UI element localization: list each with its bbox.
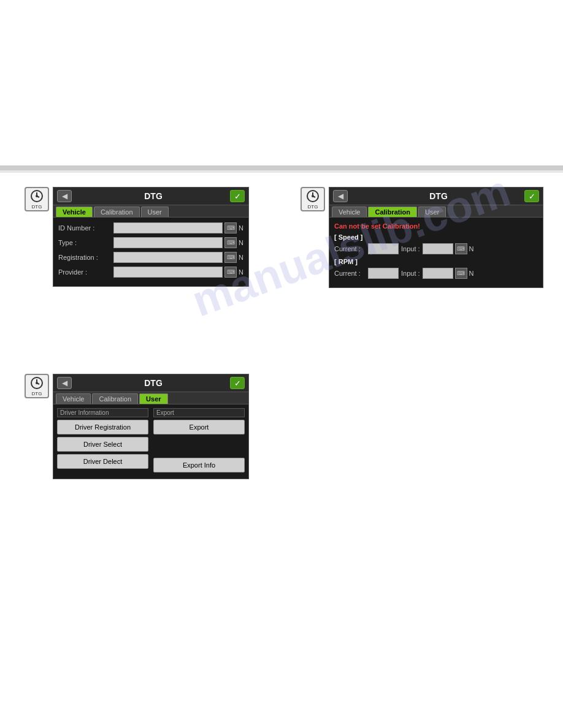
check-icon-3: ✓ [234,379,241,388]
check-button-2[interactable]: ✓ [524,190,539,202]
driver-info-section: Driver Information Driver Registration D… [57,408,148,475]
back-arrow-1: ◀ [62,192,67,200]
tab-user-2[interactable]: User [418,207,446,217]
input-registration[interactable] [113,252,223,263]
panel-title-3: DTG [77,378,230,388]
form-row-idnumber: ID Number : ⌨ N [58,222,243,233]
n-label-idnumber: N [239,224,243,232]
kbd-glyph-rpm: ⌨ [457,270,465,276]
dtg-panel-3: ◀ DTG ✓ Vehicle Calibration User Driver … [53,374,249,479]
check-icon-1: ✓ [234,192,241,201]
calib-rpm-current-label: Current : [334,270,368,277]
tab-bar-1: Vehicle Calibration User [53,205,248,218]
tab-vehicle-2[interactable]: Vehicle [332,207,367,217]
calib-speed-current-input[interactable] [368,243,399,254]
kbd-glyph-registration: ⌨ [227,254,235,260]
calib-speed-input-field[interactable] [423,243,453,254]
dtg-icon-label-1: DTG [32,204,42,210]
driver-delete-button[interactable]: Driver Delect [57,454,148,469]
export-section: Export Export Export Info [153,408,245,475]
kbd-icon-rpm[interactable]: ⌨ [455,268,467,279]
dtg-icon-label-3: DTG [32,391,42,396]
kbd-glyph-idnumber: ⌨ [227,225,235,231]
input-provider[interactable] [113,267,223,278]
dtg-widget-3: DTG ◀ DTG ✓ Vehicle Calibration User Dri… [25,374,249,479]
top-separator-bar [0,165,563,170]
input-idnumber[interactable] [113,222,223,233]
svg-point-5 [36,382,37,384]
kbd-icon-speed[interactable]: ⌨ [455,243,467,254]
dtg-icon-label-2: DTG [308,204,318,210]
check-button-3[interactable]: ✓ [230,377,245,389]
form-row-provider: Provider : ⌨ N [58,267,243,278]
export-info-button[interactable]: Export Info [153,458,245,472]
tab-user-3[interactable]: User [139,393,167,404]
user-panel-content: Driver Information Driver Registration D… [53,404,248,479]
top-separator-bar2 [0,170,563,173]
dtg-icon-1: DTG [25,187,49,211]
calib-speed-input-label: Input : [401,245,420,252]
tab-bar-3: Vehicle Calibration User [53,392,248,404]
n-label-type: N [239,239,243,246]
label-registration: Registration : [58,254,113,261]
back-arrow-3: ◀ [62,379,67,387]
label-type: Type : [58,239,113,246]
input-type[interactable] [113,237,223,248]
back-arrow-2: ◀ [338,192,343,200]
check-button-1[interactable]: ✓ [230,190,245,202]
panel-title-1: DTG [77,191,230,201]
panel-header-2: ◀ DTG ✓ [329,188,543,205]
kbd-glyph-type: ⌨ [227,240,235,246]
tab-calibration-1[interactable]: Calibration [94,207,140,217]
calib-rpm-input-field[interactable] [423,268,453,279]
dtg-widget-1: DTG ◀ DTG ✓ Vehicle Calibration User ID … [25,187,249,287]
dtg-icon-3: DTG [25,374,49,398]
tab-vehicle-1[interactable]: Vehicle [56,207,93,217]
form-row-registration: Registration : ⌨ N [58,252,243,263]
form-row-type: Type : ⌨ N [58,237,243,248]
calib-speed-title: [ Speed ] [334,233,538,241]
calib-rpm-current-input[interactable] [368,268,399,279]
n-label-speed: N [469,245,474,252]
kbd-icon-idnumber[interactable]: ⌨ [224,222,237,233]
calib-error-msg: Can not be set Calibration! [334,222,538,230]
tab-vehicle-3[interactable]: Vehicle [56,393,91,404]
tab-user-1[interactable]: User [141,207,169,217]
calib-rpm-input-label: Input : [401,270,420,277]
panel-header-1: ◀ DTG ✓ [53,188,248,205]
svg-point-3 [312,195,313,197]
tab-calibration-3[interactable]: Calibration [92,393,138,404]
panel-header-3: ◀ DTG ✓ [53,374,248,392]
driver-info-title: Driver Information [57,408,148,417]
back-button-1[interactable]: ◀ [57,190,72,202]
export-button[interactable]: Export [153,420,245,434]
dtg-panel-1: ◀ DTG ✓ Vehicle Calibration User ID Numb… [53,187,249,287]
export-title: Export [153,408,245,417]
back-button-2[interactable]: ◀ [333,190,348,202]
kbd-icon-type[interactable]: ⌨ [224,237,237,248]
dtg-icon-2: DTG [301,187,325,211]
calib-rpm-row: Current : Input : ⌨ N [334,268,538,279]
dtg-panel-2: ◀ DTG ✓ Vehicle Calibration User Can not… [329,187,543,288]
svg-point-1 [36,195,37,197]
panel-content-1: ID Number : ⌨ N Type : ⌨ N Registration … [53,218,248,286]
kbd-glyph-provider: ⌨ [227,269,235,275]
check-icon-2: ✓ [529,192,535,201]
kbd-icon-provider[interactable]: ⌨ [224,267,237,278]
driver-registration-button[interactable]: Driver Registration [57,420,148,434]
kbd-icon-registration[interactable]: ⌨ [224,252,237,263]
n-label-registration: N [239,254,243,261]
n-label-provider: N [239,268,243,276]
dtg-widget-2: DTG ◀ DTG ✓ Vehicle Calibration User Can… [301,187,543,288]
back-button-3[interactable]: ◀ [57,377,72,389]
driver-select-button[interactable]: Driver Select [57,437,148,452]
calib-speed-current-label: Current : [334,245,368,252]
kbd-glyph-speed: ⌨ [457,246,465,252]
calib-speed-row: Current : Input : ⌨ N [334,243,538,254]
tab-bar-2: Vehicle Calibration User [329,205,543,218]
tab-calibration-2[interactable]: Calibration [368,207,416,217]
label-provider: Provider : [58,268,113,276]
panel-content-2: Can not be set Calibration! [ Speed ] Cu… [329,218,543,287]
panel-title-2: DTG [353,191,524,201]
label-idnumber: ID Number : [58,224,113,232]
